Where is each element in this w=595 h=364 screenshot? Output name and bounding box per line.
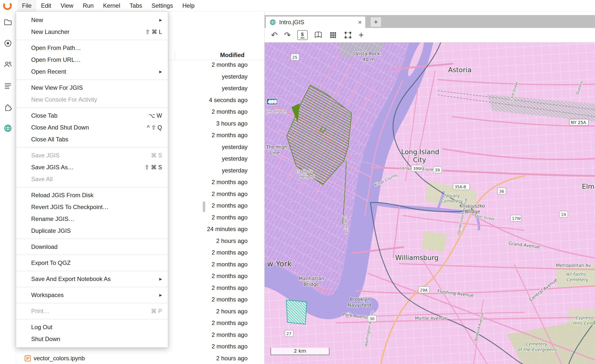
new-tab-button[interactable]: + <box>370 17 381 27</box>
map-label-myrtle-avenue: Myrtle Avenue <box>415 316 447 321</box>
file-menu: New▸New Launcher⇧ ⌘ LOpen From Path…Open… <box>16 11 168 348</box>
left-sidebar <box>0 11 16 364</box>
svg-text:17W: 17W <box>512 216 521 221</box>
menu-item-shortcut: ^ ⇧ Q <box>147 124 162 131</box>
tab-intro-jgis[interactable]: Intro.jGIS × <box>266 17 365 28</box>
menu-item-new-console-for-activity: New Console For Activity <box>16 94 168 106</box>
globe-icon <box>269 19 276 26</box>
sidebar-item-running[interactable] <box>0 33 16 54</box>
svg-text:of the Evergreens: of the Evergreens <box>517 347 557 352</box>
map-label-39w: 39W <box>412 165 423 171</box>
map-label-williamsburg: Williamsburg <box>395 254 438 261</box>
basemap-button[interactable] <box>314 31 322 39</box>
menu-separator <box>16 80 168 80</box>
svg-text:Long Island: Long Island <box>401 148 439 156</box>
menu-item-label: Rename JGIS… <box>31 215 74 222</box>
svg-text:29A: 29A <box>420 288 428 293</box>
sidebar-item-toc[interactable] <box>0 75 16 96</box>
sidebar-item-collaboration[interactable] <box>0 54 16 75</box>
puzzle-icon <box>3 103 12 111</box>
menu-item-close-all-tabs[interactable]: Close All Tabs <box>16 133 168 145</box>
menu-item-label: Open From URL… <box>31 56 81 63</box>
svg-text:25: 25 <box>292 55 297 60</box>
menu-item-label: New <box>31 17 43 23</box>
menu-item-export-to-qgz[interactable]: Export To QGZ <box>16 257 168 269</box>
menu-item-label: Save JGIS As… <box>31 164 74 171</box>
modified-column-header[interactable]: Modified <box>220 50 245 60</box>
menu-item-revert-jgis-to-checkpoint[interactable]: Revert JGIS To Checkpoint… <box>16 201 168 213</box>
menu-item-close-and-shut-down[interactable]: Close And Shut Down^ ⇧ Q <box>16 122 168 133</box>
menu-item-open-from-url[interactable]: Open From URL… <box>16 54 168 66</box>
map-label-39: 39 <box>433 167 442 173</box>
add-layer-button[interactable]: + <box>359 31 364 40</box>
menu-item-log-out[interactable]: Log Out <box>16 321 168 333</box>
menubar-item-run[interactable]: Run <box>78 0 98 11</box>
globe-icon <box>3 124 12 133</box>
svg-text:30: 30 <box>369 317 374 321</box>
svg-text:Elmhurst: Elmhurst <box>582 183 595 190</box>
menu-item-open-from-path[interactable]: Open From Path… <box>16 42 168 54</box>
menu-item-save-jgis-as[interactable]: Save JGIS As…⇧ ⌘ S <box>16 161 168 173</box>
menu-item-save-and-export-notebook-as[interactable]: Save And Export Notebook As▸ <box>16 273 168 285</box>
svg-text:Brooklyn: Brooklyn <box>350 297 370 302</box>
menu-item-new-view-for-jgis[interactable]: New View For JGIS <box>16 82 168 94</box>
sidebar-item-extensions[interactable] <box>0 96 16 118</box>
symbology-button[interactable]: $ <box>297 30 308 40</box>
menubar-item-file[interactable]: File <box>17 0 36 11</box>
transform-button[interactable] <box>344 31 352 39</box>
menu-item-download[interactable]: Download <box>16 241 168 253</box>
submenu-arrow-icon: ▸ <box>159 292 162 298</box>
menu-item-reload-jgis-from-disk[interactable]: Reload JGIS From Disk <box>16 189 168 201</box>
menubar-item-help[interactable]: Help <box>178 0 199 11</box>
map-label-manhattan: Manhattan <box>299 276 324 281</box>
menu-item-save-all: Save All <box>16 173 168 185</box>
grid-button[interactable] <box>329 31 337 39</box>
menu-item-new[interactable]: New▸ <box>16 14 168 26</box>
transform-icon <box>344 31 352 39</box>
menu-separator <box>16 107 168 108</box>
svg-text:39: 39 <box>435 168 440 172</box>
map-canvas[interactable]: Vista Rock40 mAstoriaLong IslandCityThe … <box>265 43 595 364</box>
svg-text:E 34th St: E 34th St <box>295 170 312 174</box>
menubar-item-view[interactable]: View <box>56 0 78 11</box>
menu-item-print: Print…⌘ P <box>16 305 168 317</box>
menubar-item-tabs[interactable]: Tabs <box>125 0 147 11</box>
map-label-cemetery: Cemetery <box>525 341 548 346</box>
undo-icon[interactable]: ↶ <box>271 31 278 39</box>
menu-item-duplicate-jgis[interactable]: Duplicate JGIS <box>16 225 168 237</box>
menu-item-new-launcher[interactable]: New Launcher⇧ ⌘ L <box>16 26 168 38</box>
map-label-vista-rock: Vista Rock <box>356 51 380 56</box>
tab-bar: Intro.jGIS × + <box>265 15 595 28</box>
sidebar-item-files[interactable] <box>0 11 16 33</box>
menubar-item-edit[interactable]: Edit <box>36 0 56 11</box>
menu-item-label: Open Recent <box>31 68 66 75</box>
map-label-metropolitan-av: Metropolitan Av <box>556 263 591 268</box>
menubar-item-settings[interactable]: Settings <box>147 0 178 11</box>
map-label-36: 36 <box>498 188 506 194</box>
menu-item-label: New Launcher <box>31 28 69 35</box>
menu-item-close-tab[interactable]: Close Tab⌥ W <box>16 110 168 122</box>
menu-item-open-recent[interactable]: Open Recent▸ <box>16 66 168 78</box>
menu-separator <box>16 319 168 319</box>
menu-item-label: Close All Tabs <box>31 136 68 143</box>
file-browser-scrollbar[interactable] <box>203 201 205 212</box>
redo-icon[interactable]: ↷ <box>284 31 291 39</box>
menu-item-rename-jgis[interactable]: Rename JGIS… <box>16 213 168 225</box>
svg-text:Navy Yard: Navy Yard <box>348 302 371 308</box>
sidebar-item-jgis[interactable] <box>0 118 16 139</box>
menu-item-label: Save All <box>31 176 53 183</box>
jupyterlab-window: FileEditViewRunKernelTabsSettingsHelp <box>0 0 595 364</box>
map-label-long-island: Long Island <box>401 148 439 156</box>
file-row-vector-colors[interactable]: vector_colors.ipynb <box>24 352 85 364</box>
map-label-brooklyn: Brooklyn <box>350 297 370 302</box>
menu-item-shut-down[interactable]: Shut Down <box>16 333 168 345</box>
users-icon <box>3 60 12 69</box>
menu-item-workspaces[interactable]: Workspaces▸ <box>16 289 168 301</box>
running-sessions-icon <box>3 39 12 48</box>
menubar-item-kernel[interactable]: Kernel <box>98 0 125 11</box>
close-tab-icon[interactable]: × <box>358 19 362 26</box>
menu-item-label: Download <box>31 243 58 250</box>
menu-item-label: Open From Path… <box>31 44 81 51</box>
menu-item-label: Duplicate JGIS <box>31 227 71 234</box>
map-view[interactable]: Vista Rock40 mAstoriaLong IslandCityThe … <box>265 43 595 364</box>
